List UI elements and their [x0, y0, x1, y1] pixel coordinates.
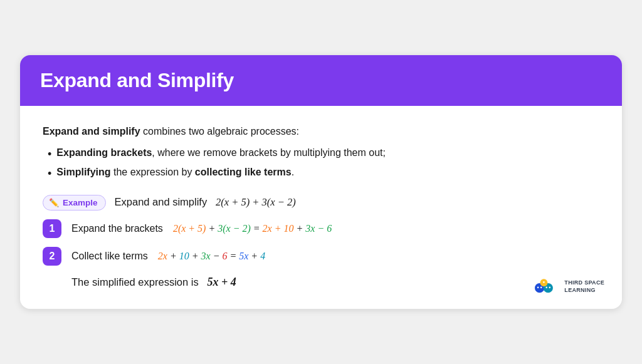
step-2-op1: +	[170, 251, 179, 261]
step-1-lhs-part2: 3(x − 2)	[218, 223, 251, 234]
card: Expand and Simplify Expand and simplify …	[20, 55, 622, 309]
intro-bold: Expand and simplify	[43, 126, 140, 137]
step-1-label: Expand the brackets	[71, 223, 163, 234]
step-2-math: 2x + 10 + 3x − 6 = 5x + 4	[158, 251, 265, 262]
step-1-row: 1 Expand the brackets 2(x + 5) + 3(x − 2…	[43, 219, 599, 238]
step-1-rhs-plus: +	[297, 223, 306, 234]
step-1-rhs-part2: 3x − 6	[305, 223, 332, 234]
final-line: The simplified expression is 5x + 4	[43, 276, 599, 289]
tsl-line2: LEARNING	[564, 287, 604, 294]
step-2-number: 2	[50, 251, 55, 262]
pencil-icon: ✏️	[49, 198, 59, 207]
header-banner: Expand and Simplify	[20, 55, 622, 106]
bullet-item-1: Expanding brackets, where we remove brac…	[48, 144, 599, 164]
step-2-result2: 4	[260, 251, 265, 261]
tsl-line1: THIRD SPACE	[564, 279, 604, 287]
step-2-equals: =	[229, 251, 239, 261]
example-expression: 2(x + 5) + 3(x − 2)	[216, 196, 296, 208]
step-2-label: Collect like terms	[71, 251, 148, 262]
bullet-2-bold2: collecting like terms	[195, 167, 292, 177]
example-badge-label: Example	[63, 198, 98, 207]
svg-point-7	[544, 281, 545, 283]
svg-point-3	[537, 286, 539, 288]
step-2-term4: 6	[222, 251, 227, 261]
step-1-equals: =	[253, 223, 263, 234]
step-2-op2: +	[192, 251, 201, 261]
step-1-lhs-part1: 2(x + 5)	[173, 223, 206, 234]
final-expression: 5x + 4	[207, 276, 236, 288]
bullet-list: Expanding brackets, where we remove brac…	[48, 144, 599, 184]
step-1-math: 2(x + 5) + 3(x − 2) = 2x + 10 + 3x − 6	[173, 223, 332, 234]
step-2-result-op: +	[251, 251, 260, 261]
step-1-number: 1	[50, 223, 55, 234]
step-2-term3: 3x	[201, 251, 211, 261]
bullet-1-bold: Expanding brackets	[56, 147, 152, 158]
bullet-1-text: Expanding brackets, where we remove brac…	[56, 144, 386, 161]
svg-point-6	[549, 286, 551, 288]
intro-paragraph: Expand and simplify combines two algebra…	[43, 123, 599, 140]
step-1-plus: +	[208, 223, 218, 234]
step-2-row: 2 Collect like terms 2x + 10 + 3x − 6 = …	[43, 247, 599, 266]
bullet-item-2: Simplifying the expression by collecting…	[48, 164, 599, 184]
bullet-2-text: Simplifying the expression by collecting…	[56, 164, 294, 180]
step-2-result1: 5x	[239, 251, 248, 261]
final-text: The simplified expression is	[71, 276, 199, 288]
example-row: ✏️ Example Expand and simplify 2(x + 5) …	[43, 195, 599, 211]
tsl-logo: THIRD SPACE LEARNING	[532, 276, 604, 298]
svg-point-4	[540, 286, 542, 288]
step-2-badge: 2	[43, 247, 61, 266]
page-title: Expand and Simplify	[40, 69, 602, 92]
svg-point-5	[546, 286, 548, 288]
example-badge: ✏️ Example	[43, 195, 106, 211]
bullet-2-bold: Simplifying	[56, 167, 110, 177]
example-prompt: Expand and simplify 2(x + 5) + 3(x − 2)	[115, 196, 296, 209]
intro-rest: combines two algebraic processes:	[140, 126, 299, 137]
content-area: Expand and simplify combines two algebra…	[20, 106, 622, 309]
step-1-rhs-part1: 2x + 10	[263, 223, 294, 234]
step-2-term1: 2x	[158, 251, 167, 261]
tsl-icon-svg	[532, 276, 559, 298]
tsl-text: THIRD SPACE LEARNING	[564, 279, 604, 294]
step-2-op3: −	[213, 251, 223, 261]
step-1-badge: 1	[43, 219, 61, 238]
step-2-term2: 10	[179, 251, 189, 261]
